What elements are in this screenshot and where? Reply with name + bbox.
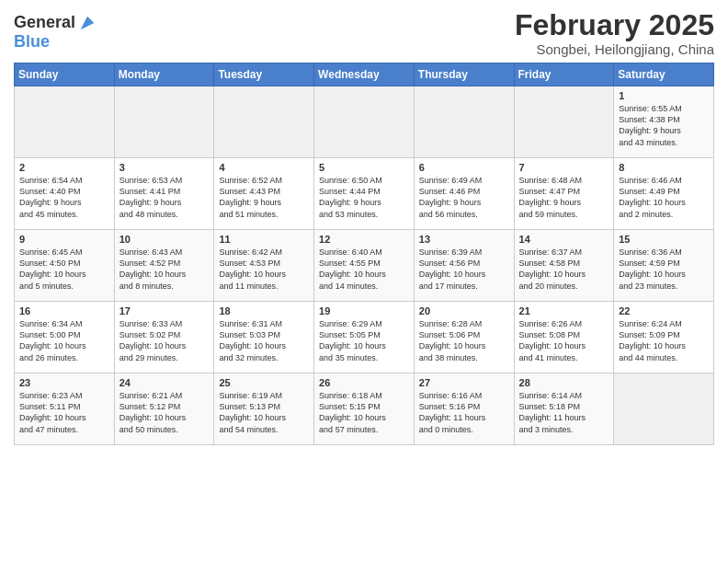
day-info: Sunrise: 6:53 AM Sunset: 4:41 PM Dayligh… bbox=[119, 175, 210, 220]
day-info: Sunrise: 6:46 AM Sunset: 4:49 PM Dayligh… bbox=[619, 175, 709, 220]
cell-week5-day6: 28Sunrise: 6:14 AM Sunset: 5:18 PM Dayli… bbox=[514, 373, 614, 445]
cell-week3-day4: 12Sunrise: 6:40 AM Sunset: 4:55 PM Dayli… bbox=[314, 230, 415, 302]
col-wednesday: Wednesday bbox=[314, 63, 415, 86]
col-sunday: Sunday bbox=[15, 63, 115, 86]
day-info: Sunrise: 6:49 AM Sunset: 4:46 PM Dayligh… bbox=[419, 175, 509, 220]
cell-week1-day2 bbox=[114, 86, 214, 158]
cell-week1-day1 bbox=[15, 86, 115, 158]
col-friday: Friday bbox=[514, 63, 614, 86]
cell-week5-day1: 23Sunrise: 6:23 AM Sunset: 5:11 PM Dayli… bbox=[15, 373, 115, 445]
day-info: Sunrise: 6:29 AM Sunset: 5:05 PM Dayligh… bbox=[319, 318, 409, 363]
day-number: 10 bbox=[119, 234, 210, 245]
day-number: 23 bbox=[19, 377, 109, 388]
day-info: Sunrise: 6:43 AM Sunset: 4:52 PM Dayligh… bbox=[119, 247, 210, 292]
week-row-1: 1Sunrise: 6:55 AM Sunset: 4:38 PM Daylig… bbox=[15, 86, 714, 158]
month-title: February 2025 bbox=[515, 9, 714, 41]
cell-week4-day6: 21Sunrise: 6:26 AM Sunset: 5:08 PM Dayli… bbox=[514, 302, 614, 373]
day-info: Sunrise: 6:39 AM Sunset: 4:56 PM Dayligh… bbox=[419, 247, 509, 292]
cell-week2-day3: 4Sunrise: 6:52 AM Sunset: 4:43 PM Daylig… bbox=[214, 158, 314, 230]
day-number: 8 bbox=[619, 162, 709, 173]
day-number: 25 bbox=[219, 377, 309, 388]
day-info: Sunrise: 6:33 AM Sunset: 5:02 PM Dayligh… bbox=[119, 318, 210, 363]
day-number: 24 bbox=[119, 377, 210, 388]
day-info: Sunrise: 6:50 AM Sunset: 4:44 PM Dayligh… bbox=[319, 175, 409, 220]
week-row-2: 2Sunrise: 6:54 AM Sunset: 4:40 PM Daylig… bbox=[15, 158, 714, 230]
logo-icon bbox=[77, 13, 97, 33]
day-info: Sunrise: 6:37 AM Sunset: 4:58 PM Dayligh… bbox=[519, 247, 609, 292]
cell-week5-day5: 27Sunrise: 6:16 AM Sunset: 5:16 PM Dayli… bbox=[414, 373, 514, 445]
day-info: Sunrise: 6:34 AM Sunset: 5:00 PM Dayligh… bbox=[19, 318, 109, 363]
logo-text-line2: Blue bbox=[14, 33, 97, 52]
col-tuesday: Tuesday bbox=[214, 63, 314, 86]
cell-week5-day3: 25Sunrise: 6:19 AM Sunset: 5:13 PM Dayli… bbox=[214, 373, 314, 445]
day-info: Sunrise: 6:55 AM Sunset: 4:38 PM Dayligh… bbox=[619, 103, 709, 148]
cell-week3-day1: 9Sunrise: 6:45 AM Sunset: 4:50 PM Daylig… bbox=[15, 230, 115, 302]
logo: General Blue bbox=[14, 13, 97, 52]
day-info: Sunrise: 6:52 AM Sunset: 4:43 PM Dayligh… bbox=[219, 175, 309, 220]
day-info: Sunrise: 6:21 AM Sunset: 5:12 PM Dayligh… bbox=[119, 390, 210, 435]
cell-week5-day7 bbox=[614, 373, 714, 445]
day-info: Sunrise: 6:45 AM Sunset: 4:50 PM Dayligh… bbox=[19, 247, 109, 292]
day-number: 3 bbox=[119, 162, 210, 173]
cell-week1-day5 bbox=[414, 86, 514, 158]
day-number: 9 bbox=[19, 234, 109, 245]
week-row-5: 23Sunrise: 6:23 AM Sunset: 5:11 PM Dayli… bbox=[15, 373, 714, 445]
day-info: Sunrise: 6:54 AM Sunset: 4:40 PM Dayligh… bbox=[19, 175, 109, 220]
cell-week2-day2: 3Sunrise: 6:53 AM Sunset: 4:41 PM Daylig… bbox=[114, 158, 214, 230]
cell-week1-day6 bbox=[514, 86, 614, 158]
cell-week2-day4: 5Sunrise: 6:50 AM Sunset: 4:44 PM Daylig… bbox=[314, 158, 415, 230]
cell-week3-day6: 14Sunrise: 6:37 AM Sunset: 4:58 PM Dayli… bbox=[514, 230, 614, 302]
cell-week3-day5: 13Sunrise: 6:39 AM Sunset: 4:56 PM Dayli… bbox=[414, 230, 514, 302]
week-row-4: 16Sunrise: 6:34 AM Sunset: 5:00 PM Dayli… bbox=[15, 302, 714, 373]
cell-week2-day7: 8Sunrise: 6:46 AM Sunset: 4:49 PM Daylig… bbox=[614, 158, 714, 230]
day-info: Sunrise: 6:48 AM Sunset: 4:47 PM Dayligh… bbox=[519, 175, 609, 220]
col-monday: Monday bbox=[114, 63, 214, 86]
day-number: 13 bbox=[419, 234, 509, 245]
cell-week5-day4: 26Sunrise: 6:18 AM Sunset: 5:15 PM Dayli… bbox=[314, 373, 415, 445]
day-number: 21 bbox=[519, 305, 609, 316]
day-number: 1 bbox=[619, 90, 709, 101]
calendar-table: Sunday Monday Tuesday Wednesday Thursday… bbox=[14, 63, 714, 445]
day-info: Sunrise: 6:24 AM Sunset: 5:09 PM Dayligh… bbox=[619, 318, 709, 363]
cell-week5-day2: 24Sunrise: 6:21 AM Sunset: 5:12 PM Dayli… bbox=[114, 373, 214, 445]
cell-week4-day3: 18Sunrise: 6:31 AM Sunset: 5:03 PM Dayli… bbox=[214, 302, 314, 373]
col-saturday: Saturday bbox=[614, 63, 714, 86]
day-number: 14 bbox=[519, 234, 609, 245]
day-number: 4 bbox=[219, 162, 309, 173]
day-info: Sunrise: 6:14 AM Sunset: 5:18 PM Dayligh… bbox=[519, 390, 609, 435]
day-number: 12 bbox=[319, 234, 409, 245]
cell-week1-day3 bbox=[214, 86, 314, 158]
cell-week2-day6: 7Sunrise: 6:48 AM Sunset: 4:47 PM Daylig… bbox=[514, 158, 614, 230]
day-number: 17 bbox=[119, 305, 210, 316]
day-number: 18 bbox=[219, 305, 309, 316]
day-info: Sunrise: 6:40 AM Sunset: 4:55 PM Dayligh… bbox=[319, 247, 409, 292]
day-info: Sunrise: 6:19 AM Sunset: 5:13 PM Dayligh… bbox=[219, 390, 309, 435]
cell-week4-day7: 22Sunrise: 6:24 AM Sunset: 5:09 PM Dayli… bbox=[614, 302, 714, 373]
day-info: Sunrise: 6:31 AM Sunset: 5:03 PM Dayligh… bbox=[219, 318, 309, 363]
cell-week4-day1: 16Sunrise: 6:34 AM Sunset: 5:00 PM Dayli… bbox=[15, 302, 115, 373]
cell-week4-day2: 17Sunrise: 6:33 AM Sunset: 5:02 PM Dayli… bbox=[114, 302, 214, 373]
day-number: 5 bbox=[319, 162, 409, 173]
logo-text-line1: General bbox=[14, 14, 75, 32]
cell-week2-day5: 6Sunrise: 6:49 AM Sunset: 4:46 PM Daylig… bbox=[414, 158, 514, 230]
col-thursday: Thursday bbox=[414, 63, 514, 86]
day-number: 6 bbox=[419, 162, 509, 173]
day-number: 27 bbox=[419, 377, 509, 388]
day-info: Sunrise: 6:28 AM Sunset: 5:06 PM Dayligh… bbox=[419, 318, 509, 363]
cell-week1-day4 bbox=[314, 86, 415, 158]
cell-week2-day1: 2Sunrise: 6:54 AM Sunset: 4:40 PM Daylig… bbox=[15, 158, 115, 230]
day-number: 15 bbox=[619, 234, 709, 245]
day-info: Sunrise: 6:26 AM Sunset: 5:08 PM Dayligh… bbox=[519, 318, 609, 363]
cell-week4-day5: 20Sunrise: 6:28 AM Sunset: 5:06 PM Dayli… bbox=[414, 302, 514, 373]
day-number: 11 bbox=[219, 234, 309, 245]
day-number: 20 bbox=[419, 305, 509, 316]
header: General Blue February 2025 Songbei, Heil… bbox=[14, 9, 714, 57]
svg-marker-0 bbox=[81, 17, 95, 30]
cell-week3-day3: 11Sunrise: 6:42 AM Sunset: 4:53 PM Dayli… bbox=[214, 230, 314, 302]
day-number: 7 bbox=[519, 162, 609, 173]
cell-week4-day4: 19Sunrise: 6:29 AM Sunset: 5:05 PM Dayli… bbox=[314, 302, 415, 373]
day-number: 16 bbox=[19, 305, 109, 316]
location: Songbei, Heilongjiang, China bbox=[515, 41, 714, 57]
day-info: Sunrise: 6:18 AM Sunset: 5:15 PM Dayligh… bbox=[319, 390, 409, 435]
day-number: 28 bbox=[519, 377, 609, 388]
